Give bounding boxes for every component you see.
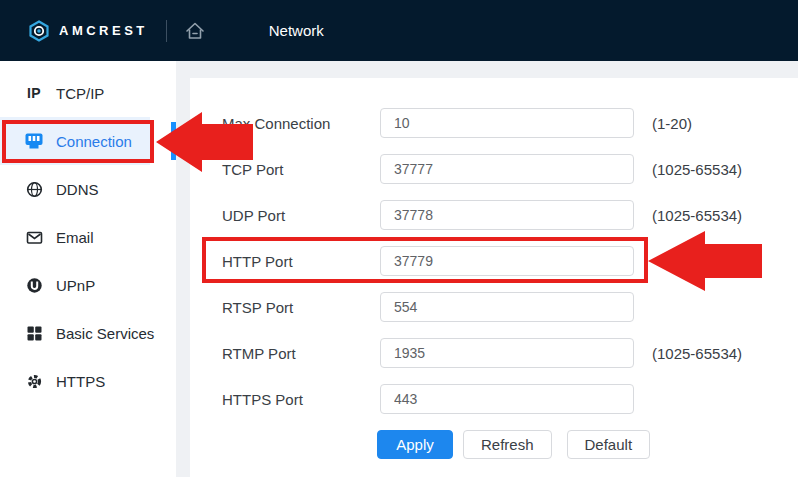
amcrest-logo-icon	[28, 20, 50, 42]
max-connection-hint: (1-20)	[652, 115, 692, 132]
sidebar-item-basic-services[interactable]: Basic Services	[0, 309, 176, 357]
sidebar-item-email[interactable]: Email	[0, 213, 176, 261]
globe-icon	[25, 181, 43, 198]
tcp-port-input[interactable]	[380, 154, 634, 184]
udp-port-label: UDP Port	[222, 207, 380, 224]
rtsp-port-input[interactable]	[380, 292, 634, 322]
circle-u-icon	[25, 277, 43, 294]
envelope-icon	[25, 229, 43, 246]
home-button[interactable]	[183, 19, 207, 43]
rtmp-port-hint: (1025-65534)	[652, 345, 742, 362]
connection-settings-panel: Max Connection (1-20) TCP Port (1025-655…	[190, 78, 798, 477]
sidebar: IP TCP/IP Connection	[0, 61, 176, 477]
header-divider	[166, 20, 167, 42]
grid-icon	[25, 325, 43, 342]
sidebar-item-https[interactable]: HTTPS	[0, 357, 176, 405]
apply-button[interactable]: Apply	[377, 430, 453, 459]
form-row-https-port: HTTPS Port	[222, 384, 798, 414]
https-port-label: HTTPS Port	[222, 391, 380, 408]
default-button[interactable]: Default	[567, 430, 651, 459]
sidebar-item-label: HTTPS	[56, 373, 105, 390]
page-title: Network	[269, 22, 324, 39]
sidebar-item-label: DDNS	[56, 181, 99, 198]
sidebar-item-label: UPnP	[56, 277, 95, 294]
udp-port-hint: (1025-65534)	[652, 207, 742, 224]
sidebar-item-label: TCP/IP	[56, 85, 104, 102]
tcp-port-label: TCP Port	[222, 161, 380, 178]
ethernet-port-icon	[25, 132, 43, 150]
sidebar-item-connection[interactable]: Connection	[0, 117, 150, 165]
gear-icon	[25, 373, 43, 390]
https-port-input[interactable]	[380, 384, 634, 414]
home-icon	[183, 19, 207, 43]
sidebar-item-ddns[interactable]: DDNS	[0, 165, 176, 213]
form-row-rtsp-port: RTSP Port	[222, 292, 798, 322]
max-connection-label: Max Connection	[222, 115, 380, 132]
rtmp-port-label: RTMP Port	[222, 345, 380, 362]
refresh-button[interactable]: Refresh	[463, 430, 552, 459]
form-row-udp-port: UDP Port (1025-65534)	[222, 200, 798, 230]
button-row: Apply Refresh Default	[377, 430, 798, 459]
form-row-http-port: HTTP Port	[222, 246, 798, 276]
http-port-input[interactable]	[380, 246, 634, 276]
brand-text: AMCREST	[59, 23, 148, 38]
form-row-rtmp-port: RTMP Port (1025-65534)	[222, 338, 798, 368]
form-row-tcp-port: TCP Port (1025-65534)	[222, 154, 798, 184]
sidebar-item-tcpip[interactable]: IP TCP/IP	[0, 69, 176, 117]
tcp-port-hint: (1025-65534)	[652, 161, 742, 178]
sidebar-item-label: Basic Services	[56, 325, 154, 342]
http-port-label: HTTP Port	[222, 253, 380, 270]
rtsp-port-label: RTSP Port	[222, 299, 380, 316]
form-row-max-connection: Max Connection (1-20)	[222, 108, 798, 138]
amcrest-logo: AMCREST	[28, 20, 148, 42]
amcrest-network-settings-window: AMCREST Network IP TCP/IP	[0, 0, 798, 477]
udp-port-input[interactable]	[380, 200, 634, 230]
max-connection-input[interactable]	[380, 108, 634, 138]
rtmp-port-input[interactable]	[380, 338, 634, 368]
ip-text-icon: IP	[25, 85, 43, 101]
sidebar-item-label: Connection	[56, 133, 132, 150]
sidebar-item-upnp[interactable]: UPnP	[0, 261, 176, 309]
top-header-bar: AMCREST Network	[0, 0, 798, 61]
content-background: Max Connection (1-20) TCP Port (1025-655…	[176, 61, 798, 477]
sidebar-item-label: Email	[56, 229, 94, 246]
